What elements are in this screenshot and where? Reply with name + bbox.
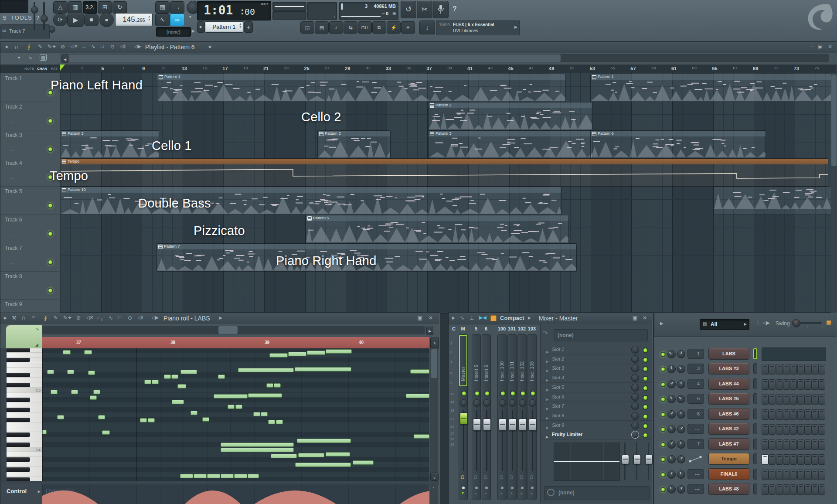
step-button[interactable] (762, 424, 769, 435)
step-button[interactable] (797, 379, 804, 390)
channel-name-button[interactable]: LABS #8 (708, 483, 749, 495)
plugin-search-box[interactable]: (none) (554, 329, 648, 341)
slot-enable-led[interactable] (643, 366, 648, 372)
mixer-collapse-icon[interactable]: ▶◀ (479, 315, 487, 320)
midi-note[interactable] (98, 415, 105, 419)
headphone-icon[interactable]: Ω (510, 474, 513, 480)
pr-note-grid[interactable] (42, 348, 429, 481)
black-key[interactable] (7, 372, 42, 377)
midi-note[interactable] (266, 383, 273, 388)
channel-mute-led[interactable] (660, 382, 666, 387)
mixer-strip[interactable]: Inse..103Ω▲ (527, 334, 537, 500)
headphone-icon[interactable]: Ω (500, 474, 503, 480)
eye-icon[interactable]: ◉ (392, 11, 396, 16)
piano-roll-title-bar[interactable]: ▶ ⚒ ∩ ≡ ∮ ✎ ✎✦ ⊘ ◁✕ ⌐╷ ∿ □ ⊙ ◁‖ ◁▶ Piano… (0, 313, 439, 324)
white-key[interactable] (7, 402, 42, 407)
mixer-strip-led[interactable] (520, 391, 526, 396)
channel-pan-knob[interactable] (667, 380, 676, 388)
pr-minimize-icon[interactable]: ─ (409, 315, 413, 321)
channel-number-stepper[interactable]: › ‹ (700, 485, 703, 489)
output-monitor-bottom[interactable] (272, 11, 306, 20)
white-key[interactable] (7, 392, 42, 397)
mixer-strip-led[interactable] (484, 391, 490, 396)
track-enable-led[interactable] (48, 203, 53, 208)
white-key[interactable] (7, 412, 42, 417)
track-options[interactable]: ... (11, 174, 17, 180)
midi-note[interactable] (326, 349, 352, 354)
slot-mix-knob[interactable] (631, 384, 639, 392)
channel-volume-knob[interactable] (677, 350, 685, 358)
step-button[interactable] (783, 409, 790, 420)
channel-selector[interactable] (753, 453, 757, 464)
channel-mute-led[interactable] (660, 412, 666, 417)
channel-name-button[interactable]: FINAL6 (708, 468, 749, 480)
midi-note[interactable] (93, 390, 100, 394)
midi-note[interactable] (274, 383, 281, 388)
mixer-strip-led[interactable] (510, 391, 516, 396)
channel-selector[interactable] (753, 469, 757, 480)
mixer-strip-led[interactable] (461, 391, 467, 396)
midi-note[interactable] (172, 400, 184, 404)
black-key[interactable] (7, 442, 42, 447)
step-button[interactable] (804, 484, 811, 495)
step-button[interactable] (769, 484, 776, 495)
pattern-clip[interactable]: Pattern 1 (157, 74, 566, 102)
mixer-strip[interactable]: Insert 5Ω▲ (472, 334, 481, 500)
ruler-bar-number[interactable]: 9 (142, 66, 145, 71)
mixer-fader-handle[interactable] (499, 419, 507, 431)
channel-name-button[interactable]: LABS #4 (708, 378, 749, 390)
midi-note[interactable] (57, 415, 64, 419)
mixer-route-arrow-icon[interactable]: ▲ (484, 491, 488, 495)
mixer-pan-knob[interactable] (499, 399, 506, 407)
link-target-display[interactable]: (none) (156, 27, 191, 37)
channel-number-box[interactable]: 5› ‹ (687, 394, 704, 404)
midi-note[interactable] (307, 351, 325, 355)
headphone-icon[interactable]: Ω (484, 474, 487, 480)
channel-pan-knob[interactable] (667, 470, 676, 479)
automation-tab-icon[interactable]: ∿ (28, 55, 32, 61)
mixer-view-mode[interactable]: Compact (500, 315, 524, 321)
midi-note[interactable] (268, 420, 275, 424)
pr-maximize-icon[interactable]: ▣ (418, 315, 422, 321)
mic-record-button[interactable] (433, 1, 449, 18)
toggle-playlist-button[interactable]: ◱ (300, 21, 314, 34)
channel-selector[interactable] (753, 363, 757, 374)
channel-mute-led[interactable] (660, 457, 666, 462)
midi-note[interactable] (221, 474, 234, 478)
midi-note[interactable] (144, 380, 151, 384)
step-button[interactable] (776, 379, 783, 390)
midi-note[interactable] (295, 463, 351, 467)
eq-band-slider[interactable] (622, 455, 629, 464)
channel-volume-knob[interactable] (677, 485, 685, 494)
song-loop-button[interactable]: ⟳ (53, 14, 67, 26)
channel-name-button[interactable]: LABS #7 (708, 438, 749, 450)
midi-note[interactable] (47, 370, 54, 374)
mixer-strip-led[interactable] (530, 391, 536, 396)
pattern-stepper[interactable]: ▲▼ (239, 22, 242, 28)
attach-icon[interactable]: ∮ (27, 44, 31, 50)
pr-lane-scroll[interactable]: ▪ (430, 484, 438, 504)
mixer-slot[interactable]: ▶Slot 2 (541, 354, 652, 364)
mixer-fader-handle[interactable] (460, 412, 468, 425)
mixer-strip[interactable]: Inse..101Ω▲ (507, 334, 517, 500)
ruler-bar-number[interactable]: 73 (794, 66, 799, 71)
track-options[interactable]: ... (11, 90, 17, 95)
mixer-strip-led[interactable] (474, 391, 480, 396)
step-button[interactable] (811, 409, 818, 420)
download-button[interactable]: ↓ (419, 20, 435, 34)
slot-enable-led[interactable] (643, 376, 648, 381)
slot-arrow-icon[interactable]: ▶ (546, 432, 548, 442)
mixer-strip-header[interactable]: 6 (485, 326, 487, 331)
channel-mute-led[interactable] (660, 472, 666, 477)
pattern-clip[interactable]: Pattern 3 (317, 130, 391, 159)
step-button[interactable] (804, 439, 811, 450)
step-button[interactable] (762, 484, 769, 495)
ruler-bar-number[interactable]: 61 (671, 66, 677, 71)
channel-name-button[interactable]: LABS #2 (708, 423, 749, 435)
track-header[interactable]: Track 1... (0, 73, 60, 102)
midi-note[interactable] (288, 352, 306, 356)
headphone-icon[interactable]: Ω (520, 474, 523, 480)
black-key[interactable] (7, 382, 42, 387)
step-button[interactable] (762, 364, 769, 375)
countdown-button[interactable]: ⊞ (98, 1, 112, 14)
